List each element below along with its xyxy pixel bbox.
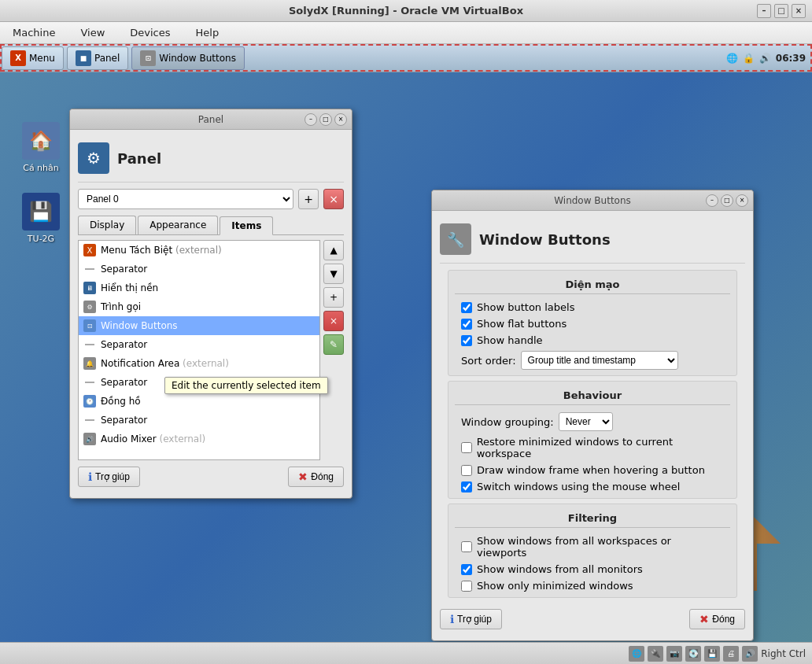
panel-dialog: Panel – □ × ⚙ Panel Panel 0 + × Display … [69,109,352,499]
vbox-restore-btn[interactable]: □ [774,4,788,18]
panel-footer: ℹ Trợ giúp ✖ Đóng [78,460,344,490]
list-actions: ▲ ▼ + × ✎ [323,240,344,460]
show-labels-checkbox[interactable] [461,302,472,313]
vbox-minimize-btn[interactable]: – [757,4,771,18]
taskbar-time: 06:39 [776,53,806,64]
only-minimized-checkbox[interactable] [461,581,472,592]
switch-mousewheel-label: Switch windows using the mouse wheel [477,481,680,492]
list-item-menu[interactable]: X Menu Tách Biệt (external) [79,241,319,260]
panel-tabs-row: Display Appearance Items [78,216,344,235]
sep2-label: Separator [101,339,147,350]
wb-taskbar-icon: ⊡ [140,50,156,66]
wb-close-btn-title[interactable]: × [736,194,748,207]
restore-minimized-label: Restore minimized windows to current wor… [477,436,724,459]
vbox-menu-help[interactable]: Help [190,25,226,40]
panel-titlebar-btns: – □ × [304,113,347,126]
taskbar-btn-wb[interactable]: ⊡ Window Buttons [131,46,245,70]
wb-item-label: Window Buttons [101,320,178,331]
panel-close-label: Đóng [311,471,334,482]
draw-frame-checkbox[interactable] [461,465,472,476]
list-item-sep4[interactable]: Separator [79,411,319,430]
wb-header: 🔧 Window Buttons [440,219,745,264]
vbox-menu-view[interactable]: View [74,25,111,40]
list-item-sep1[interactable]: Separator [79,260,319,279]
desktop-icon-tu2g[interactable]: 💾 TU-2G [9,190,72,247]
list-item-wb[interactable]: ⊡ Window Buttons [79,316,319,335]
behaviour-header: Behaviour [448,385,736,404]
behaviour-section: Behaviour Window grouping: Never Always … [448,381,737,499]
list-item-desktop[interactable]: 🖥 Hiển thị nền [79,279,319,297]
list-item-sep2[interactable]: Separator [79,335,319,354]
edit-item-btn[interactable]: ✎ [323,334,344,355]
notif-label: Notification Area (external) [101,358,229,369]
close-icon: ✖ [298,470,308,483]
remove-item-btn[interactable]: × [323,311,344,331]
add-panel-btn[interactable]: + [298,189,319,209]
tab-items[interactable]: Items [220,216,273,235]
vbox-menu-machine[interactable]: Machine [6,25,61,40]
vbox-statusbar: 🌐 🔌 📷 💽 💾 🖨 🔊 Right Ctrl [0,642,812,664]
add-item-btn[interactable]: + [323,287,344,308]
show-flat-checkbox[interactable] [461,319,472,330]
sep1-icon [83,263,96,275]
items-section: X Menu Tách Biệt (external) Separator 🖥 … [78,240,344,460]
panel-restore-btn[interactable]: □ [319,113,332,126]
vbox-close-btn[interactable]: × [792,4,806,18]
panel-close-btn[interactable]: × [334,113,347,126]
wb-restore-btn[interactable]: □ [721,194,733,207]
statusbar-icon-7: 🔊 [742,646,758,662]
sort-order-row: Sort order: Group title and timestamp No… [448,349,736,372]
sep2-icon [83,338,96,351]
all-workspaces-label: Show windows from all workspaces or view… [477,535,724,559]
statusbar-icon-3: 📷 [666,646,682,662]
panel-dropdown-row: Panel 0 + × [78,189,344,209]
clock-icon: 🕐 [83,395,96,408]
show-handle-checkbox[interactable] [461,335,472,346]
tab-display[interactable]: Display [78,216,136,234]
panel-minimize-btn[interactable]: – [304,113,317,126]
launcher-icon: ⚙ [83,301,96,313]
panel-dialog-titlebar: Panel – □ × [70,109,352,130]
taskbar-menu-label: Menu [29,53,55,64]
panel-help-btn[interactable]: ℹ Trợ giúp [78,467,140,487]
all-monitors-checkbox[interactable] [461,564,472,575]
taskbar-btn-panel[interactable]: ■ Panel [67,46,128,70]
move-down-btn[interactable]: ▼ [323,264,344,284]
switch-mousewheel-checkbox[interactable] [461,481,472,492]
systray-icon-lock: 🔒 [743,53,755,64]
taskbar-btn-menu[interactable]: X Menu [2,46,64,70]
panel-header-title: Panel [117,150,161,167]
sort-label: Sort order: [461,355,516,367]
panel-close-btn-footer[interactable]: ✖ Đóng [288,467,344,487]
tab-appearance[interactable]: Appearance [138,216,218,234]
remove-panel-btn[interactable]: × [323,189,344,209]
all-workspaces-checkbox[interactable] [461,541,472,552]
systray-icon-network: 🌐 [726,53,738,64]
sort-select[interactable]: Group title and timestamp None Title Tim… [521,351,678,370]
sep4-label: Separator [101,415,147,426]
wb-help-icon: ℹ [450,613,454,625]
menu-item-label: Menu Tách Biệt (external) [101,245,222,256]
wb-minimize-btn[interactable]: – [706,194,718,207]
panel-select[interactable]: Panel 0 [78,189,293,209]
sep4-icon [83,414,96,426]
list-item-launcher[interactable]: ⚙ Trình gọi [79,297,319,316]
list-item-notif[interactable]: 🔔 Notification Area (external) [79,354,319,373]
grouping-select[interactable]: Never Always Auto [559,412,613,431]
sep1-label: Separator [101,264,147,275]
show-flat-label: Show flat buttons [477,318,567,330]
wb-header-icon: 🔧 [440,223,471,255]
list-item-clock[interactable]: 🕐 Đồng hồ [79,392,319,411]
vbox-title: SolydX [Running] - Oracle VM VirtualBox [289,5,523,17]
wb-dialog-title: Window Buttons [554,195,631,206]
vbox-menu-devices[interactable]: Devices [124,25,176,40]
move-up-btn[interactable]: ▲ [323,240,344,260]
draw-frame-label: Draw window frame when hovering a button [477,464,705,476]
wb-dialog: Window Buttons – □ × 🔧 Window Buttons Di… [431,190,754,641]
wb-close-btn-footer[interactable]: ✖ Đóng [689,609,745,629]
desktop-icon-personal[interactable]: 🏠 Cá nhân [9,119,72,176]
wb-help-btn[interactable]: ℹ Trợ giúp [440,609,502,629]
filtering-section: Filtering Show windows from all workspac… [448,504,737,598]
restore-minimized-checkbox[interactable] [461,442,472,453]
list-item-audio[interactable]: 🔊 Audio Mixer (external) [79,430,319,448]
